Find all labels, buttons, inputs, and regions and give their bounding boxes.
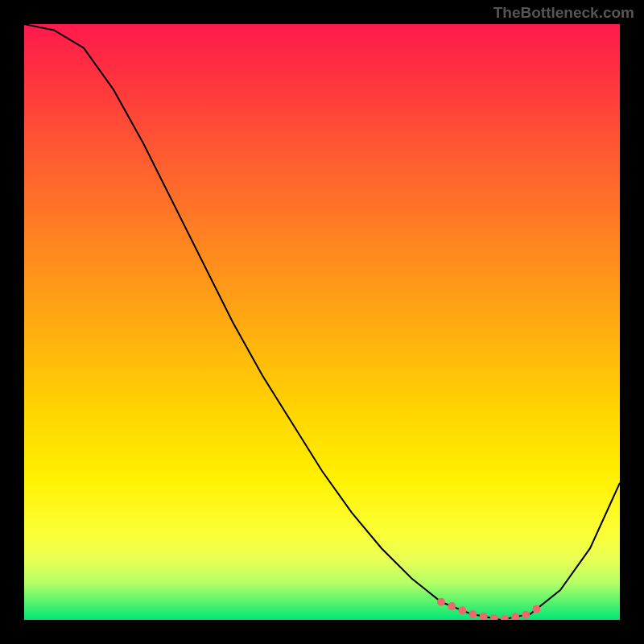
svg-point-1 (448, 602, 456, 610)
chart-container: TheBottleneck.com (0, 0, 644, 644)
svg-point-5 (490, 614, 498, 620)
svg-point-6 (501, 615, 509, 620)
watermark-text: TheBottleneck.com (493, 4, 634, 22)
svg-point-2 (458, 606, 466, 614)
svg-point-4 (480, 613, 488, 620)
plot-area (24, 24, 620, 620)
svg-point-7 (511, 613, 519, 620)
svg-point-8 (522, 611, 530, 619)
svg-point-9 (532, 605, 540, 613)
svg-point-0 (437, 598, 445, 606)
bottleneck-curve (24, 24, 620, 620)
svg-point-3 (469, 610, 477, 618)
